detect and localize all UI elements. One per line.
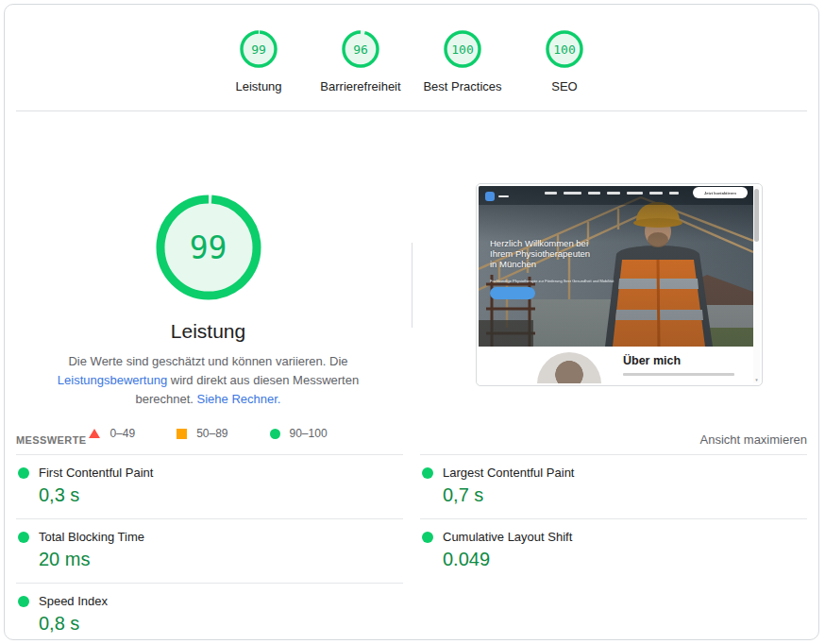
category-title: Leistung (171, 320, 245, 343)
website-logo (485, 192, 509, 201)
score-value: 100 (443, 29, 482, 69)
website-hero-heading: Herzlich Willkommen bei Ihrem Physiother… (490, 239, 590, 269)
thumbnail-scrollbar: ▾ (753, 186, 760, 383)
pass-circle-icon (270, 429, 280, 439)
screenshot-viewport: Jetzt kontaktieren Herzlich Willkommen b… (479, 186, 760, 383)
expand-view-button[interactable]: Ansicht maximieren (700, 432, 807, 447)
pass-dot-icon (18, 532, 29, 543)
scoring-link[interactable]: Leistungsbewertung (58, 373, 167, 387)
nav-item (649, 192, 663, 195)
metric-name: Cumulative Layout Shift (443, 530, 572, 544)
score-gauge-leistung[interactable]: 99 Leistung (208, 29, 310, 93)
average-square-icon (177, 429, 187, 439)
legend-item-pass: 90–100 (270, 427, 328, 440)
performance-summary-left: 99 Leistung Die Werte sind geschätzt und… (5, 111, 412, 425)
metric-name: Total Blocking Time (39, 530, 144, 544)
legend-item-fail: 0–49 (89, 427, 135, 440)
legend-range: 90–100 (290, 427, 328, 440)
score-value: 99 (239, 29, 278, 69)
calculator-link[interactable]: Siehe Rechner. (197, 392, 281, 406)
website-nav-links (545, 192, 679, 195)
main-score-value: 99 (156, 195, 261, 300)
fail-triangle-icon (89, 429, 100, 438)
metric-value: 0,3 s (39, 484, 403, 506)
nav-item (669, 192, 679, 195)
metrics-column-right: Largest Contentful Paint 0,7 s Cumulativ… (420, 454, 807, 583)
metric-value: 0,8 s (39, 613, 403, 635)
legend-range: 0–49 (109, 427, 135, 440)
metrics-column-left: First Contentful Paint 0,3 s Total Block… (16, 454, 403, 640)
score-gauge-barrierefreiheit[interactable]: 96 Barrierefreiheit (310, 29, 412, 93)
therapist-photo (537, 352, 601, 383)
metric-total-blocking-time: Total Blocking Time 20 ms (16, 518, 403, 583)
pass-dot-icon (422, 532, 433, 543)
description-text: Die Werte sind geschätzt und können vari… (68, 354, 347, 368)
nav-item (588, 192, 600, 195)
performance-summary-right: Jetzt kontaktieren Herzlich Willkommen b… (412, 111, 818, 425)
nav-item (564, 192, 581, 195)
performance-summary: 99 Leistung Die Werte sind geschätzt und… (5, 111, 818, 425)
page-screenshot-thumbnail[interactable]: Jetzt kontaktieren Herzlich Willkommen b… (476, 183, 763, 386)
score-strip: 99 Leistung 96 Barrierefreiheit 100 (5, 5, 818, 110)
score-gauge-best-practices[interactable]: 100 Best Practices (412, 29, 514, 93)
metric-name: First Contentful Paint (39, 466, 153, 480)
scrollbar-down-arrow: ▾ (753, 377, 760, 382)
score-label: Best Practices (423, 79, 501, 93)
pass-dot-icon (18, 596, 29, 607)
score-label: Leistung (235, 79, 281, 93)
nav-item (627, 192, 643, 195)
metric-first-contentful-paint: First Contentful Paint 0,3 s (16, 454, 403, 518)
metric-name: Speed Index (39, 594, 108, 608)
website-hero-image: Jetzt kontaktieren Herzlich Willkommen b… (479, 186, 753, 347)
metric-name: Largest Contentful Paint (443, 466, 574, 480)
website-contact-button: Jetzt kontaktieren (693, 187, 748, 198)
nav-item (545, 192, 557, 195)
metrics-section-title: MESSWERTE (16, 434, 87, 446)
pass-dot-icon (18, 467, 29, 479)
metric-largest-contentful-paint: Largest Contentful Paint 0,7 s (420, 454, 807, 518)
scrollbar-thumb[interactable] (754, 189, 759, 242)
score-legend: 0–49 50–89 90–100 (89, 427, 327, 440)
website-hero-subtitle: Fachkundige Physiotherapie zur Förderung… (490, 279, 614, 283)
metric-value: 0,7 s (443, 484, 807, 506)
hero-heading-line: in München (490, 260, 590, 270)
metric-value: 0.049 (443, 549, 807, 570)
nav-item (607, 192, 620, 195)
score-label: Barrierefreiheit (320, 79, 400, 93)
legend-range: 50–89 (196, 427, 227, 440)
logo-text-placeholder (498, 195, 509, 198)
pass-dot-icon (422, 467, 433, 479)
score-gauge-seo[interactable]: 100 SEO (514, 29, 615, 93)
lighthouse-report-card: 99 Leistung 96 Barrierefreiheit 100 (4, 4, 819, 640)
score-description: Die Werte sind geschätzt und können vari… (33, 352, 384, 409)
metric-speed-index: Speed Index 0,8 s (16, 583, 403, 640)
logo-icon (485, 192, 495, 201)
website-about-section: Über mich (479, 347, 753, 383)
score-value: 96 (341, 29, 380, 69)
about-heading: Über mich (623, 354, 681, 367)
hero-heading-line: Ihrem Physiotherapeuten (490, 249, 590, 260)
metric-cumulative-layout-shift: Cumulative Layout Shift 0.049 (420, 518, 807, 583)
score-value: 100 (545, 29, 584, 69)
legend-item-average: 50–89 (177, 427, 227, 440)
metric-value: 20 ms (39, 549, 403, 570)
website-hero-cta-button (490, 287, 535, 299)
main-performance-gauge: 99 (156, 195, 261, 300)
score-label: SEO (551, 79, 577, 93)
about-text-placeholder (623, 373, 734, 376)
metrics-grid: First Contentful Paint 0,3 s Total Block… (16, 454, 807, 640)
